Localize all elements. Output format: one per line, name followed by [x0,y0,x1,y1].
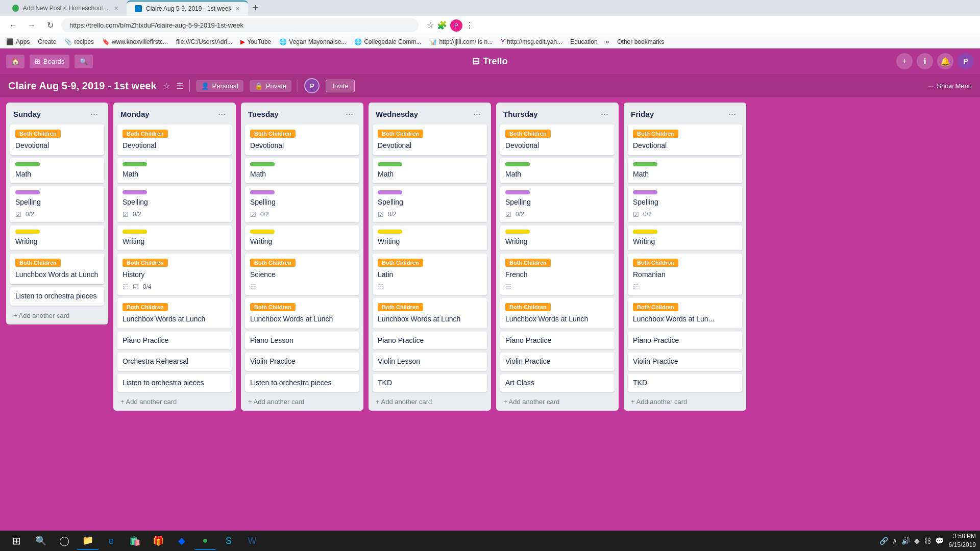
back-button[interactable]: ← [6,18,20,33]
card-tuesday-7[interactable]: Violin Practice [245,353,359,371]
bookmark-recipes[interactable]: 📎recipes [64,38,94,45]
column-menu-thursday[interactable]: ··· [598,108,611,120]
boards-button[interactable]: ⊞ Boards [30,55,69,68]
taskbar-store[interactable]: 🛍️ [124,532,146,550]
card-thursday-5[interactable]: Both ChildrenLunchbox Words at Lunch [500,298,615,329]
address-bar[interactable] [61,18,419,32]
card-thursday-1[interactable]: Math [500,158,615,184]
search-button[interactable]: 🔍 [75,55,93,68]
card-monday-1[interactable]: Math [117,158,232,184]
card-tuesday-8[interactable]: Listen to orchestra pieces [245,374,359,392]
info-button[interactable]: ℹ [917,53,933,69]
add-card-btn-monday[interactable]: + Add another card [113,395,236,411]
card-tuesday-0[interactable]: Both ChildrenDevotional [245,124,359,155]
volume-icon[interactable]: 🔊 [901,537,910,545]
taskbar-explorer[interactable]: 📁 [77,532,99,550]
card-sunday-0[interactable]: Both ChildrenDevotional [10,124,104,155]
column-menu-sunday[interactable]: ··· [87,108,101,120]
privacy-badge[interactable]: 🔒 Private [250,80,291,92]
bookmark-star-icon[interactable]: ☆ [427,20,434,30]
card-thursday-6[interactable]: Piano Practice [500,332,615,350]
card-monday-5[interactable]: Both ChildrenLunchbox Words at Lunch [117,298,232,329]
card-monday-4[interactable]: Both ChildrenHistory☰☑0/4 [117,254,232,295]
invite-button[interactable]: Invite [326,80,355,92]
link-icon[interactable]: ⛓ [924,537,931,545]
forward-button[interactable]: → [24,18,39,33]
taskbar-skype[interactable]: S [217,532,240,550]
card-thursday-0[interactable]: Both ChildrenDevotional [500,124,615,155]
card-wednesday-5[interactable]: Both ChildrenLunchbox Words at Lunch [373,298,487,329]
add-card-btn-thursday[interactable]: + Add another card [496,395,619,411]
visibility-badge[interactable]: 👤 Personal [196,80,243,92]
bookmark-more[interactable]: » [606,38,609,45]
column-menu-wednesday[interactable]: ··· [470,108,484,120]
card-friday-7[interactable]: Violin Practice [628,353,742,371]
card-thursday-7[interactable]: Violin Practice [500,353,615,371]
card-tuesday-5[interactable]: Both ChildrenLunchbox Words at Lunch [245,298,359,329]
filter-button[interactable]: ☰ [176,81,183,91]
card-wednesday-6[interactable]: Piano Practice [373,332,487,350]
card-friday-6[interactable]: Piano Practice [628,332,742,350]
bookmark-other[interactable]: Other bookmarks [617,38,664,45]
card-wednesday-7[interactable]: Violin Lesson [373,353,487,371]
card-wednesday-1[interactable]: Math [373,158,487,184]
card-monday-7[interactable]: Orchestra Rehearsal [117,353,232,371]
tab2-close[interactable]: ✕ [235,6,240,12]
bookmark-youtube[interactable]: ▶YouTube [240,38,271,45]
expand-icon[interactable]: ∧ [892,537,897,545]
card-thursday-3[interactable]: Writing [500,226,615,251]
card-thursday-8[interactable]: Art Class [500,374,615,392]
column-menu-tuesday[interactable]: ··· [342,108,356,120]
column-menu-friday[interactable]: ··· [725,108,739,120]
card-sunday-4[interactable]: Both ChildrenLunchbox Words at Lunch [10,254,104,284]
user-avatar[interactable]: P [958,53,974,69]
card-sunday-5[interactable]: Listen to orchestra pieces [10,287,104,306]
notification-button[interactable]: 🔔 [937,53,953,69]
card-tuesday-4[interactable]: Both ChildrenScience☰ [245,254,359,295]
add-card-btn-friday[interactable]: + Add another card [624,395,746,411]
bookmark-education[interactable]: Education [570,38,597,45]
add-card-btn-sunday[interactable]: + Add another card [6,309,108,324]
extensions-icon[interactable]: 🧩 [437,20,447,30]
taskbar-word[interactable]: W [241,532,263,550]
card-friday-5[interactable]: Both ChildrenLunchbox Words at Lun... [628,298,742,329]
tab1-close[interactable]: ✕ [114,5,118,12]
bookmark-yahoo[interactable]: Yhttp://msg.edit.yah... [501,38,562,45]
card-tuesday-3[interactable]: Writing [245,226,359,251]
browser-tab-1[interactable]: Add New Post < Homeschool Wa... ✕ [4,1,127,16]
card-monday-8[interactable]: Listen to orchestra pieces [117,374,232,392]
bookmark-apps[interactable]: ⬛Apps [6,38,30,45]
card-friday-8[interactable]: TKD [628,374,742,392]
notification-tray-icon[interactable]: 💬 [935,537,944,545]
card-monday-3[interactable]: Writing [117,226,232,251]
reload-button[interactable]: ↻ [43,18,57,33]
home-button[interactable]: 🏠 [6,55,24,68]
card-thursday-4[interactable]: Both ChildrenFrench☰ [500,254,615,295]
menu-icon[interactable]: ⋮ [465,20,474,30]
taskbar-cortana[interactable]: ◯ [53,532,76,550]
add-card-btn-wednesday[interactable]: + Add another card [369,395,491,411]
bookmark-file[interactable]: file:///C:/Users/Adri... [176,38,232,45]
dropbox-tray-icon[interactable]: ◆ [914,537,920,545]
card-monday-0[interactable]: Both ChildrenDevotional [117,124,232,155]
card-friday-0[interactable]: Both ChildrenDevotional [628,124,742,155]
taskbar-gift[interactable]: 🎁 [147,532,169,550]
member-avatar-p[interactable]: P [304,78,320,93]
bookmark-knoxville[interactable]: 🔖www.knoxvillefirstc... [102,38,168,45]
star-button[interactable]: ☆ [163,81,170,91]
card-friday-2[interactable]: Spelling☑0/2 [628,186,742,222]
card-wednesday-3[interactable]: Writing [373,226,487,251]
card-wednesday-2[interactable]: Spelling☑0/2 [373,186,487,222]
start-button[interactable]: ⊞ [4,532,29,550]
card-wednesday-4[interactable]: Both ChildrenLatin☰ [373,254,487,295]
card-thursday-2[interactable]: Spelling☑0/2 [500,186,615,222]
card-friday-1[interactable]: Math [628,158,742,184]
bookmark-vegan[interactable]: 🌐Vegan Mayonnaise... [279,38,346,45]
card-friday-4[interactable]: Both ChildrenRomanian☰ [628,254,742,295]
card-monday-2[interactable]: Spelling☑0/2 [117,186,232,222]
taskbar-chrome[interactable]: ● [194,532,216,550]
card-friday-3[interactable]: Writing [628,226,742,251]
card-sunday-2[interactable]: Spelling☑0/2 [10,186,104,222]
column-menu-monday[interactable]: ··· [215,108,229,120]
show-menu-button[interactable]: ··· Show Menu [928,82,972,90]
